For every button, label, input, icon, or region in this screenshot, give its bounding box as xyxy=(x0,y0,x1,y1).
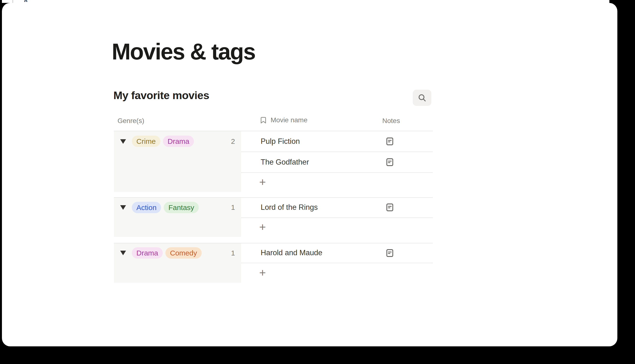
movies-table: Genre(s) Movie name Notes C xyxy=(114,111,433,286)
screen: ∧ Movies & tags My favorite movies Genre… xyxy=(0,0,635,364)
movie-name-cell[interactable]: Harold and Maude xyxy=(261,248,322,258)
note-icon xyxy=(385,202,394,212)
group-collapse-toggle[interactable] xyxy=(120,139,126,144)
database-heading: My favorite movies xyxy=(113,89,209,102)
add-row-button[interactable]: + xyxy=(259,266,269,279)
group-row-count: 2 xyxy=(211,137,235,146)
header-border xyxy=(114,131,433,131)
genre-tag: Action xyxy=(132,202,161,213)
background-window-edge: ∧ xyxy=(2,0,609,3)
genre-tag: Fantasy xyxy=(164,202,199,213)
open-note-button[interactable] xyxy=(385,156,395,168)
group-header-tags: Drama Comedy xyxy=(132,247,202,258)
open-note-button[interactable] xyxy=(385,248,395,258)
open-note-button[interactable] xyxy=(385,202,395,213)
note-icon xyxy=(385,157,394,167)
row-border xyxy=(241,218,433,218)
group-header-tags: Action Fantasy xyxy=(132,202,199,213)
column-header-movie-name[interactable]: Movie name xyxy=(259,116,308,124)
background-window-divider xyxy=(13,0,13,3)
notion-page-card: Movies & tags My favorite movies Genre(s… xyxy=(2,3,617,346)
search-icon xyxy=(417,93,427,103)
add-row-button[interactable]: + xyxy=(259,176,269,188)
bookmark-icon xyxy=(259,116,267,124)
group-header-tags: Crime Drama xyxy=(132,136,194,147)
page-title: Movies & tags xyxy=(112,39,255,64)
group-row-count: 1 xyxy=(211,249,235,257)
column-header-movie-name-label: Movie name xyxy=(271,116,308,124)
row-border xyxy=(241,172,433,173)
note-icon xyxy=(385,248,394,258)
movie-name-cell[interactable]: Lord of the Rings xyxy=(261,203,318,212)
movie-name-cell[interactable]: Pulp Fiction xyxy=(261,137,300,146)
movie-name-cell[interactable]: The Godfather xyxy=(261,158,309,167)
group-border xyxy=(114,197,433,198)
open-note-button[interactable] xyxy=(385,136,395,147)
column-header-genres[interactable]: Genre(s) xyxy=(118,117,144,125)
add-row-button[interactable]: + xyxy=(259,221,269,233)
search-button[interactable] xyxy=(413,90,431,106)
genre-tag: Drama xyxy=(163,136,194,147)
genre-tag: Comedy xyxy=(165,247,202,258)
group-collapse-toggle[interactable] xyxy=(120,205,126,210)
background-window-glyph: ∧ xyxy=(23,0,28,3)
genre-tag: Drama xyxy=(132,247,163,258)
group-border xyxy=(114,243,433,244)
group-row-count: 1 xyxy=(211,203,235,212)
group-collapse-toggle[interactable] xyxy=(120,251,126,255)
genre-tag: Crime xyxy=(132,136,160,147)
row-border xyxy=(241,152,433,152)
note-icon xyxy=(385,136,394,146)
column-header-notes[interactable]: Notes xyxy=(382,117,400,125)
row-border xyxy=(241,263,433,263)
